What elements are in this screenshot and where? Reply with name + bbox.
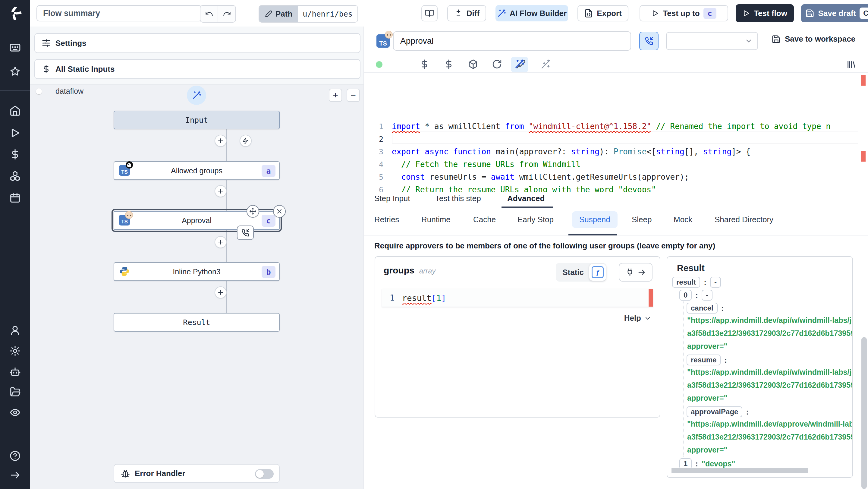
audit-logs-eye-icon[interactable] xyxy=(9,407,21,418)
diff-button[interactable]: Diff xyxy=(447,5,486,22)
groups-expression-editor[interactable]: 1 result[1] xyxy=(382,289,653,307)
help-icon[interactable] xyxy=(9,450,21,462)
apps-icon[interactable] xyxy=(9,42,21,53)
resources-icon[interactable] xyxy=(9,170,21,182)
subtab-retries[interactable]: Retries xyxy=(374,215,399,224)
undo-button[interactable] xyxy=(200,6,218,22)
sliders-icon xyxy=(41,39,51,48)
subtab-cache[interactable]: Cache xyxy=(473,215,496,224)
edit-path-button[interactable]: Path xyxy=(259,6,298,22)
windmill-logo-icon[interactable] xyxy=(7,5,23,21)
code-editor[interactable]: 1import * as wmillClient from "windmill-… xyxy=(364,72,868,192)
reload-icon[interactable] xyxy=(492,59,503,70)
docs-button[interactable] xyxy=(421,5,438,22)
variables-icon[interactable] xyxy=(9,149,21,160)
zoom-in-label: + xyxy=(333,90,338,100)
active-subtab-underline xyxy=(568,234,617,236)
variable-picker-icon[interactable] xyxy=(419,59,430,70)
left-sidebar xyxy=(0,0,30,489)
path-value[interactable]: u/henri/bes xyxy=(298,6,358,22)
json-key[interactable]: resume xyxy=(687,355,721,365)
json-key[interactable]: result xyxy=(672,277,700,287)
favorites-star-icon[interactable] xyxy=(9,66,21,77)
user-icon[interactable] xyxy=(9,325,21,336)
zoom-in-button[interactable]: + xyxy=(329,89,342,102)
test-flow-button[interactable]: Test flow xyxy=(736,4,794,22)
horizontal-scrollbar[interactable] xyxy=(672,468,808,473)
json-value: a3f58d13e212/3963172903/2c77d162d6b17395… xyxy=(687,329,853,338)
add-step-button[interactable] xyxy=(215,185,227,197)
add-step-button[interactable] xyxy=(215,135,227,147)
workspace-script-select[interactable] xyxy=(666,32,758,50)
zoom-out-button[interactable]: − xyxy=(347,89,360,102)
tab-advanced-active[interactable]: Advanced xyxy=(507,194,545,203)
workers-bot-icon[interactable] xyxy=(9,366,21,377)
all-static-inputs-button[interactable]: All Static Inputs xyxy=(34,59,361,79)
save-draft-button[interactable]: Save draft C xyxy=(801,4,868,22)
suspend-phone-button[interactable] xyxy=(639,32,658,50)
help-toggle[interactable]: Help xyxy=(624,313,651,323)
json-key[interactable]: cancel xyxy=(687,303,718,313)
add-trigger-button[interactable] xyxy=(240,135,252,147)
redo-button[interactable] xyxy=(218,6,236,22)
resource-picker-icon[interactable] xyxy=(444,59,455,70)
home-icon[interactable] xyxy=(9,105,21,116)
ai-off-wand-icon[interactable] xyxy=(541,59,552,70)
flow-node-allowed-groups[interactable]: TS Allowed groups a xyxy=(114,161,280,180)
ai-assistant-wand-icon[interactable] xyxy=(514,59,525,70)
collapse-button[interactable]: - xyxy=(702,290,712,301)
settings-gear-icon[interactable] xyxy=(9,345,21,357)
package-icon[interactable] xyxy=(468,59,479,70)
library-icon[interactable] xyxy=(846,59,857,70)
flow-node-result[interactable]: Result xyxy=(114,313,280,332)
move-step-button[interactable] xyxy=(247,205,259,218)
code-line: // Return the resume URLs along with the… xyxy=(392,185,656,192)
ai-flow-builder-button[interactable]: AI Flow Builder xyxy=(495,5,568,22)
tab-test-this-step[interactable]: Test this step xyxy=(435,194,481,203)
connect-input-button[interactable] xyxy=(619,263,652,282)
json-row-cancel[interactable]: cancel: xyxy=(687,302,724,314)
json-key[interactable]: approvalPage xyxy=(687,406,742,417)
step-name-input[interactable] xyxy=(393,31,631,51)
json-row-result[interactable]: result: - xyxy=(672,276,721,288)
tab-step-input[interactable]: Step Input xyxy=(374,194,410,203)
delete-step-button[interactable] xyxy=(273,205,286,218)
flow-node-input[interactable]: Input xyxy=(114,111,280,129)
json-key[interactable]: 1 xyxy=(679,458,692,469)
schedules-icon[interactable] xyxy=(9,192,21,204)
allowed-groups-node-label: Allowed groups xyxy=(171,166,222,175)
subtab-sleep[interactable]: Sleep xyxy=(632,215,652,224)
export-button[interactable]: Export xyxy=(578,5,628,22)
flow-summary-input[interactable] xyxy=(36,5,202,22)
flow-settings-button[interactable]: Settings xyxy=(34,33,361,53)
flow-node-inline-python[interactable]: Inline Python3 b xyxy=(114,262,280,281)
subtab-suspend-active[interactable]: Suspend xyxy=(572,211,618,228)
subtab-runtime[interactable]: Runtime xyxy=(421,215,451,224)
groups-card: groups array Static f 1 result[1] Help xyxy=(375,256,660,418)
error-handler-card[interactable]: Error Handler xyxy=(114,464,280,483)
json-row-0[interactable]: 0: - xyxy=(679,289,712,301)
collapse-button[interactable]: - xyxy=(710,277,721,287)
ai-step-wand-button[interactable] xyxy=(187,86,206,105)
runs-icon[interactable] xyxy=(9,127,21,139)
allowed-groups-step-id: a xyxy=(261,165,276,177)
expand-sidebar-icon[interactable] xyxy=(9,469,21,481)
subtab-shared-directory[interactable]: Shared Directory xyxy=(715,215,773,224)
javascript-mode-button[interactable]: f xyxy=(589,264,606,281)
suspend-phone-badge[interactable] xyxy=(237,225,254,240)
subtab-early-stop[interactable]: Early Stop xyxy=(518,215,554,224)
subtab-mock[interactable]: Mock xyxy=(674,215,692,224)
static-mode-toggle[interactable]: Static f xyxy=(556,263,606,282)
json-key[interactable]: 0 xyxy=(679,290,692,301)
test-up-to-button[interactable]: Test up to c xyxy=(640,5,728,22)
folders-icon[interactable] xyxy=(9,386,21,398)
json-row-resume[interactable]: resume: xyxy=(687,354,727,366)
add-step-button[interactable] xyxy=(215,236,227,248)
json-row-approval-page[interactable]: approvalPage: xyxy=(687,406,749,418)
add-step-button[interactable] xyxy=(215,286,227,299)
error-handler-toggle[interactable] xyxy=(255,469,274,479)
save-to-workspace-button[interactable]: Save to workspace xyxy=(772,34,855,44)
error-marker xyxy=(861,75,866,86)
vertical-scrollbar[interactable] xyxy=(861,337,867,489)
result-card: Result result: - 0: - cancel: "https://a… xyxy=(667,256,853,478)
